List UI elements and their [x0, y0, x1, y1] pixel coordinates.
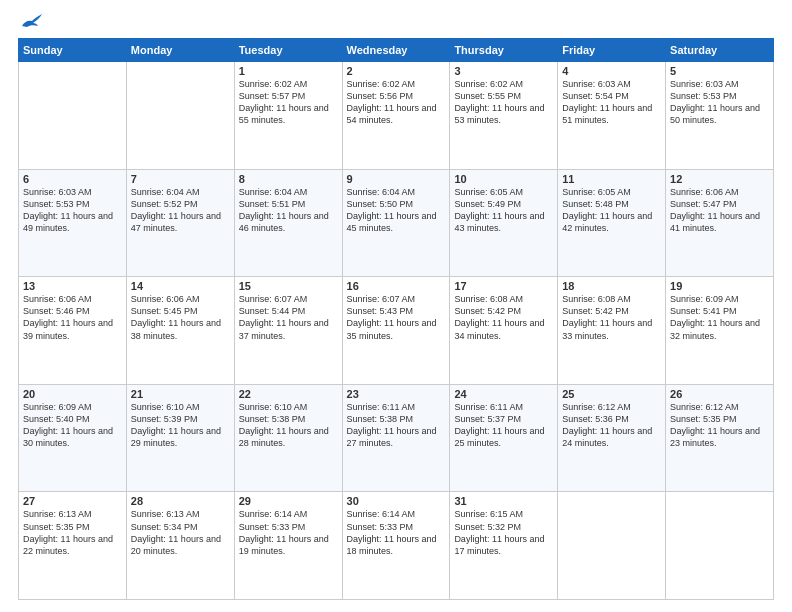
- day-number: 9: [347, 173, 446, 185]
- day-info: Sunrise: 6:04 AMSunset: 5:52 PMDaylight:…: [131, 186, 230, 235]
- day-number: 22: [239, 388, 338, 400]
- day-number: 16: [347, 280, 446, 292]
- day-cell: 23Sunrise: 6:11 AMSunset: 5:38 PMDayligh…: [342, 384, 450, 492]
- day-info: Sunrise: 6:09 AMSunset: 5:40 PMDaylight:…: [23, 401, 122, 450]
- day-info: Sunrise: 6:08 AMSunset: 5:42 PMDaylight:…: [562, 293, 661, 342]
- day-cell: 6Sunrise: 6:03 AMSunset: 5:53 PMDaylight…: [19, 169, 127, 277]
- day-number: 30: [347, 495, 446, 507]
- day-info: Sunrise: 6:13 AMSunset: 5:34 PMDaylight:…: [131, 508, 230, 557]
- day-cell: 18Sunrise: 6:08 AMSunset: 5:42 PMDayligh…: [558, 277, 666, 385]
- day-number: 14: [131, 280, 230, 292]
- week-row-2: 6Sunrise: 6:03 AMSunset: 5:53 PMDaylight…: [19, 169, 774, 277]
- day-cell: 2Sunrise: 6:02 AMSunset: 5:56 PMDaylight…: [342, 62, 450, 170]
- day-cell: [666, 492, 774, 600]
- day-info: Sunrise: 6:07 AMSunset: 5:43 PMDaylight:…: [347, 293, 446, 342]
- day-number: 7: [131, 173, 230, 185]
- day-info: Sunrise: 6:14 AMSunset: 5:33 PMDaylight:…: [239, 508, 338, 557]
- logo-bird-icon: [20, 12, 42, 30]
- day-cell: [19, 62, 127, 170]
- weekday-header-saturday: Saturday: [666, 39, 774, 62]
- day-cell: 13Sunrise: 6:06 AMSunset: 5:46 PMDayligh…: [19, 277, 127, 385]
- day-info: Sunrise: 6:11 AMSunset: 5:37 PMDaylight:…: [454, 401, 553, 450]
- weekday-header-sunday: Sunday: [19, 39, 127, 62]
- day-number: 6: [23, 173, 122, 185]
- day-number: 29: [239, 495, 338, 507]
- day-cell: 15Sunrise: 6:07 AMSunset: 5:44 PMDayligh…: [234, 277, 342, 385]
- calendar-body: 1Sunrise: 6:02 AMSunset: 5:57 PMDaylight…: [19, 62, 774, 600]
- day-cell: 17Sunrise: 6:08 AMSunset: 5:42 PMDayligh…: [450, 277, 558, 385]
- day-info: Sunrise: 6:12 AMSunset: 5:36 PMDaylight:…: [562, 401, 661, 450]
- day-cell: 25Sunrise: 6:12 AMSunset: 5:36 PMDayligh…: [558, 384, 666, 492]
- week-row-3: 13Sunrise: 6:06 AMSunset: 5:46 PMDayligh…: [19, 277, 774, 385]
- day-cell: 11Sunrise: 6:05 AMSunset: 5:48 PMDayligh…: [558, 169, 666, 277]
- day-number: 26: [670, 388, 769, 400]
- day-cell: 3Sunrise: 6:02 AMSunset: 5:55 PMDaylight…: [450, 62, 558, 170]
- day-info: Sunrise: 6:04 AMSunset: 5:51 PMDaylight:…: [239, 186, 338, 235]
- day-cell: 10Sunrise: 6:05 AMSunset: 5:49 PMDayligh…: [450, 169, 558, 277]
- day-cell: [126, 62, 234, 170]
- day-number: 4: [562, 65, 661, 77]
- day-cell: [558, 492, 666, 600]
- day-number: 18: [562, 280, 661, 292]
- day-cell: 26Sunrise: 6:12 AMSunset: 5:35 PMDayligh…: [666, 384, 774, 492]
- day-number: 10: [454, 173, 553, 185]
- weekday-header-friday: Friday: [558, 39, 666, 62]
- day-info: Sunrise: 6:07 AMSunset: 5:44 PMDaylight:…: [239, 293, 338, 342]
- day-cell: 8Sunrise: 6:04 AMSunset: 5:51 PMDaylight…: [234, 169, 342, 277]
- week-row-1: 1Sunrise: 6:02 AMSunset: 5:57 PMDaylight…: [19, 62, 774, 170]
- day-info: Sunrise: 6:03 AMSunset: 5:53 PMDaylight:…: [23, 186, 122, 235]
- weekday-header-thursday: Thursday: [450, 39, 558, 62]
- day-number: 21: [131, 388, 230, 400]
- logo: [18, 18, 42, 30]
- day-cell: 5Sunrise: 6:03 AMSunset: 5:53 PMDaylight…: [666, 62, 774, 170]
- day-number: 3: [454, 65, 553, 77]
- day-number: 1: [239, 65, 338, 77]
- day-info: Sunrise: 6:13 AMSunset: 5:35 PMDaylight:…: [23, 508, 122, 557]
- weekday-header-row: SundayMondayTuesdayWednesdayThursdayFrid…: [19, 39, 774, 62]
- day-cell: 9Sunrise: 6:04 AMSunset: 5:50 PMDaylight…: [342, 169, 450, 277]
- day-info: Sunrise: 6:14 AMSunset: 5:33 PMDaylight:…: [347, 508, 446, 557]
- day-info: Sunrise: 6:10 AMSunset: 5:38 PMDaylight:…: [239, 401, 338, 450]
- day-number: 31: [454, 495, 553, 507]
- day-cell: 19Sunrise: 6:09 AMSunset: 5:41 PMDayligh…: [666, 277, 774, 385]
- day-number: 15: [239, 280, 338, 292]
- day-info: Sunrise: 6:05 AMSunset: 5:48 PMDaylight:…: [562, 186, 661, 235]
- day-info: Sunrise: 6:06 AMSunset: 5:46 PMDaylight:…: [23, 293, 122, 342]
- day-info: Sunrise: 6:10 AMSunset: 5:39 PMDaylight:…: [131, 401, 230, 450]
- day-info: Sunrise: 6:02 AMSunset: 5:57 PMDaylight:…: [239, 78, 338, 127]
- day-info: Sunrise: 6:06 AMSunset: 5:47 PMDaylight:…: [670, 186, 769, 235]
- day-number: 12: [670, 173, 769, 185]
- day-info: Sunrise: 6:03 AMSunset: 5:54 PMDaylight:…: [562, 78, 661, 127]
- week-row-4: 20Sunrise: 6:09 AMSunset: 5:40 PMDayligh…: [19, 384, 774, 492]
- day-cell: 21Sunrise: 6:10 AMSunset: 5:39 PMDayligh…: [126, 384, 234, 492]
- day-cell: 29Sunrise: 6:14 AMSunset: 5:33 PMDayligh…: [234, 492, 342, 600]
- day-cell: 16Sunrise: 6:07 AMSunset: 5:43 PMDayligh…: [342, 277, 450, 385]
- day-number: 13: [23, 280, 122, 292]
- day-cell: 12Sunrise: 6:06 AMSunset: 5:47 PMDayligh…: [666, 169, 774, 277]
- day-info: Sunrise: 6:04 AMSunset: 5:50 PMDaylight:…: [347, 186, 446, 235]
- day-cell: 1Sunrise: 6:02 AMSunset: 5:57 PMDaylight…: [234, 62, 342, 170]
- day-number: 8: [239, 173, 338, 185]
- day-info: Sunrise: 6:08 AMSunset: 5:42 PMDaylight:…: [454, 293, 553, 342]
- day-number: 20: [23, 388, 122, 400]
- day-number: 11: [562, 173, 661, 185]
- day-info: Sunrise: 6:06 AMSunset: 5:45 PMDaylight:…: [131, 293, 230, 342]
- week-row-5: 27Sunrise: 6:13 AMSunset: 5:35 PMDayligh…: [19, 492, 774, 600]
- day-info: Sunrise: 6:02 AMSunset: 5:56 PMDaylight:…: [347, 78, 446, 127]
- day-info: Sunrise: 6:05 AMSunset: 5:49 PMDaylight:…: [454, 186, 553, 235]
- header: [18, 18, 774, 30]
- day-cell: 27Sunrise: 6:13 AMSunset: 5:35 PMDayligh…: [19, 492, 127, 600]
- day-number: 28: [131, 495, 230, 507]
- day-cell: 30Sunrise: 6:14 AMSunset: 5:33 PMDayligh…: [342, 492, 450, 600]
- day-number: 5: [670, 65, 769, 77]
- day-info: Sunrise: 6:12 AMSunset: 5:35 PMDaylight:…: [670, 401, 769, 450]
- calendar-table: SundayMondayTuesdayWednesdayThursdayFrid…: [18, 38, 774, 600]
- page: SundayMondayTuesdayWednesdayThursdayFrid…: [0, 0, 792, 612]
- day-info: Sunrise: 6:09 AMSunset: 5:41 PMDaylight:…: [670, 293, 769, 342]
- weekday-header-tuesday: Tuesday: [234, 39, 342, 62]
- calendar-header: SundayMondayTuesdayWednesdayThursdayFrid…: [19, 39, 774, 62]
- day-cell: 28Sunrise: 6:13 AMSunset: 5:34 PMDayligh…: [126, 492, 234, 600]
- day-info: Sunrise: 6:02 AMSunset: 5:55 PMDaylight:…: [454, 78, 553, 127]
- day-number: 19: [670, 280, 769, 292]
- weekday-header-wednesday: Wednesday: [342, 39, 450, 62]
